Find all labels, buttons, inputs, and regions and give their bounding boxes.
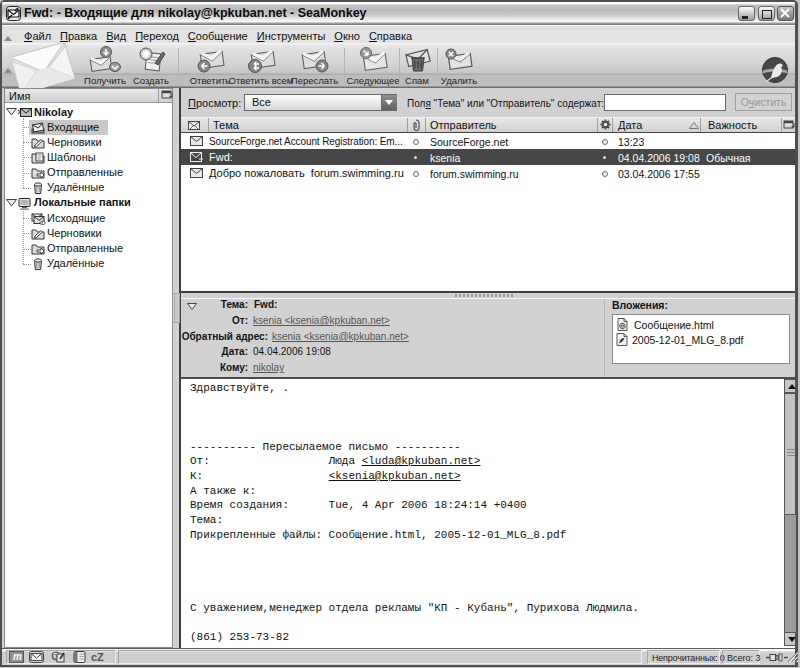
- svg-text:0: 0: [53, 653, 57, 660]
- svg-text:cZ: cZ: [91, 651, 104, 663]
